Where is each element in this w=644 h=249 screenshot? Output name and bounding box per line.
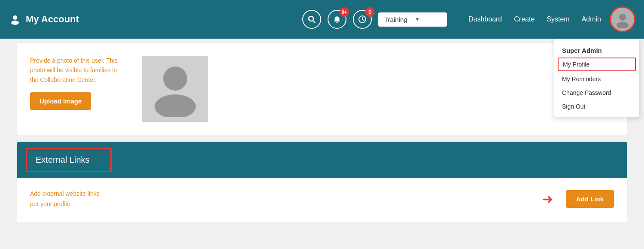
my-profile-link[interactable]: My Profile — [558, 58, 636, 71]
my-reminders-link[interactable]: My Reminders — [554, 72, 639, 86]
notifications-button[interactable]: 9+ — [328, 10, 346, 29]
svg-point-7 — [617, 22, 629, 28]
svg-point-8 — [163, 67, 187, 91]
svg-point-0 — [13, 15, 17, 20]
profile-description-text: Provide a photo of this user. This photo… — [30, 56, 125, 85]
ext-links-actions: ➜ Add Link — [542, 190, 614, 208]
profile-photo-preview — [142, 56, 208, 122]
svg-point-4 — [336, 22, 337, 23]
external-links-description: Add external website links per your prof… — [30, 189, 100, 210]
add-link-button[interactable]: Add Link — [566, 190, 614, 208]
change-password-link[interactable]: Change Password — [554, 86, 639, 100]
system-link[interactable]: System — [547, 15, 569, 23]
user-dropdown-menu: Super Admin My Profile My Reminders Chan… — [554, 39, 640, 117]
search-button[interactable] — [302, 10, 321, 29]
app-title: My Account — [26, 14, 79, 25]
main-content: Provide a photo of this user. This photo… — [0, 39, 644, 227]
training-select[interactable]: Training ▼ — [378, 12, 447, 27]
svg-point-9 — [155, 94, 196, 117]
header-logo-area: My Account — [9, 13, 302, 26]
arrow-right-icon: ➜ — [542, 191, 553, 206]
header-icons: 9+ 5 Training ▼ — [302, 10, 447, 29]
bell-badge: 9+ — [340, 7, 349, 17]
clock-button[interactable]: 5 — [353, 10, 372, 29]
upload-image-button[interactable]: Upload Image — [30, 92, 91, 110]
user-icon — [9, 13, 21, 26]
header: My Account 9+ 5 Training ▼ — [0, 0, 644, 39]
external-links-title: External Links — [26, 148, 112, 172]
ext-links-line2: per your profile. — [30, 199, 100, 210]
external-links-body: Add external website links per your prof… — [17, 178, 627, 222]
clock-badge: 5 — [365, 7, 374, 17]
admin-link[interactable]: Admin — [582, 15, 601, 23]
training-select-value: Training — [384, 16, 410, 23]
header-nav: Dashboard Create System Admin — [468, 15, 601, 23]
external-links-header: External Links — [17, 142, 627, 178]
create-link[interactable]: Create — [514, 15, 535, 23]
dashboard-link[interactable]: Dashboard — [468, 15, 502, 23]
svg-point-2 — [309, 16, 313, 21]
profile-photo-card: Provide a photo of this user. This photo… — [17, 43, 627, 135]
profile-photo-description: Provide a photo of this user. This photo… — [30, 56, 125, 110]
dropdown-username: Super Admin — [554, 43, 639, 57]
external-links-section: External Links Add external website link… — [17, 142, 627, 222]
sign-out-link[interactable]: Sign Out — [554, 100, 639, 113]
chevron-down-icon: ▼ — [415, 16, 441, 22]
svg-point-1 — [11, 21, 19, 25]
ext-links-line1: Add external website links — [30, 189, 100, 199]
svg-point-6 — [619, 14, 626, 21]
svg-line-3 — [313, 21, 315, 23]
user-avatar-button[interactable] — [610, 6, 635, 32]
